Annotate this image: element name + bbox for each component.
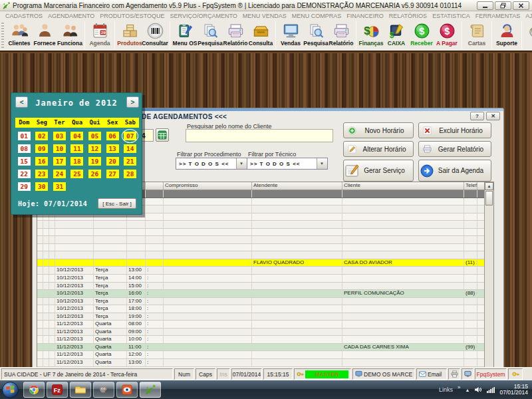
calendar-day[interactable]: 26	[88, 170, 101, 178]
menu-item-cadastros[interactable]: CADASTROS	[3, 13, 45, 19]
taskbar-filezilla-button[interactable]: Fz	[47, 382, 68, 398]
table-row[interactable]: 11/12/2013Quarta11:00:CADA DAS CARNES XI…	[37, 344, 484, 352]
toolbar-suporte[interactable]: Suporte	[494, 21, 519, 47]
close-button[interactable]	[513, 1, 529, 10]
calendar-next-button[interactable]: >	[126, 96, 139, 108]
toolbar-caixa[interactable]: $CAIXA	[384, 21, 409, 47]
toolbar-menu-os[interactable]: Menu OS	[172, 21, 198, 47]
panel-close-button[interactable]: ✕	[486, 112, 500, 120]
restore-button[interactable]	[495, 1, 511, 10]
toolbar-a-pagar[interactable]: $A Pagar	[434, 21, 460, 47]
menu-item-financeiro[interactable]: FINANCEIRO	[344, 13, 386, 19]
calendar-day[interactable]: 06	[106, 132, 119, 140]
table-row[interactable]: FLAVIO QUADRADOCASA DO AVIADOR(11) 1111	[37, 259, 484, 267]
calendar-day[interactable]: 15	[18, 157, 31, 166]
table-row[interactable]: 11/12/2013Quarta10:00:	[37, 336, 484, 344]
start-button[interactable]	[2, 382, 19, 398]
alterar-horario-button[interactable]: Alterar Horário	[343, 141, 414, 157]
toolbar-coin-icon[interactable]: $	[524, 21, 532, 41]
table-row[interactable]: 11/12/2013Quarta09:00:	[37, 329, 484, 336]
table-row[interactable]	[37, 244, 484, 252]
sair-da-agenda-button[interactable]: Sair da Agenda	[418, 160, 491, 182]
toolbar-agenda[interactable]: 29Agenda	[87, 21, 112, 47]
table-row[interactable]	[37, 236, 484, 244]
calendar-day[interactable]: 14	[124, 144, 136, 153]
toolbar-clientes[interactable]: Clientes	[7, 21, 32, 47]
technician-filter-select[interactable]: >> T O D O S << ▼	[247, 158, 328, 170]
menu-item-relatorios[interactable]: RELATÓRIOS	[386, 13, 430, 19]
menu-item-ajuda[interactable]: AJUDA	[523, 13, 532, 19]
calendar-day[interactable]: 28	[124, 170, 136, 178]
menu-item-ferramentas[interactable]: FERRAMENTAS	[473, 13, 523, 19]
table-row[interactable]: 10/12/2013Terça18:00:	[37, 305, 484, 313]
vertical-scrollbar[interactable]: ▲ ▼	[484, 182, 493, 378]
taskbar-explorer-button[interactable]	[70, 382, 91, 398]
table-row[interactable]: 11/12/2013Quarta12:00:	[37, 351, 484, 359]
toolbar-vendas[interactable]: Vendas	[278, 21, 303, 47]
taskbar-fpqsystem-button[interactable]	[140, 382, 161, 398]
minimize-button[interactable]	[477, 1, 493, 10]
calendar-day[interactable]: 20	[106, 157, 119, 166]
menu-item-menu-vendas[interactable]: MENU VENDAS	[240, 13, 289, 19]
novo-horario-button[interactable]: Novo Horário	[343, 122, 414, 138]
table-row[interactable]: 10/12/2013Terça15:00:	[37, 283, 484, 291]
menu-item-produtos-estoque[interactable]: PRODUTOS/ESTOQUE	[97, 13, 167, 19]
menu-item-agendamento[interactable]: AGENDAMENTO	[45, 13, 97, 19]
network-signal-icon[interactable]	[487, 386, 495, 394]
toolbar-consulta[interactable]: Consulta	[248, 21, 273, 47]
taskbar-gimp-button[interactable]	[93, 382, 114, 398]
calendar-day[interactable]: 30	[35, 182, 48, 191]
calendar-day[interactable]: 02	[35, 132, 48, 140]
calendar-day[interactable]: 27	[106, 170, 119, 178]
toolbar-relatorio[interactable]: Relatório	[223, 21, 248, 47]
calendar-day[interactable]: 16	[35, 157, 48, 166]
toolbar-consultar[interactable]: Consultar	[142, 21, 168, 47]
calendar-day[interactable]: 04	[70, 132, 83, 140]
speaker-icon[interactable]	[474, 386, 482, 394]
table-row[interactable]	[37, 229, 484, 237]
gerar-servico-button[interactable]: Gerar Serviço	[343, 160, 414, 182]
end-date-calendar-button[interactable]	[156, 128, 169, 142]
scrollbar-thumb[interactable]	[485, 191, 493, 205]
calendar-day[interactable]: 09	[35, 144, 48, 153]
calendar-esc-button[interactable]: [ Esc - Sair ]	[98, 198, 136, 209]
calendar-day[interactable]: 24	[53, 170, 66, 178]
table-row[interactable]: 11/12/2013Quarta13:00:	[37, 359, 484, 367]
calendar-day[interactable]: 11	[70, 144, 83, 153]
gerar-relatorio-button[interactable]: Gerar Relatório	[418, 141, 491, 157]
client-search-input[interactable]	[186, 129, 333, 142]
calendar-day[interactable]: 17	[53, 157, 66, 166]
calendar-day[interactable]: 19	[88, 157, 101, 166]
calendar-day[interactable]: 01	[18, 132, 31, 140]
toolbar-relatorio[interactable]: Relatório	[329, 21, 354, 47]
excluir-horario-button[interactable]: Excluir Horário	[418, 122, 491, 138]
toolbar-pesquisa[interactable]: Pesquisa	[303, 21, 329, 47]
calendar-day[interactable]: 07	[124, 132, 136, 140]
calendar-day[interactable]: 21	[124, 157, 136, 166]
table-row[interactable]: 10/12/2013Terça16:00:PERFIL COMUNICAÇÃO(…	[37, 290, 484, 298]
calendar-day[interactable]: 08	[18, 144, 31, 153]
calendar-day[interactable]: 18	[70, 157, 83, 166]
calendar-day[interactable]: 03	[53, 132, 66, 140]
menu-item-servico-orcamento[interactable]: SERVIÇO/ORÇAMENTO	[168, 13, 240, 19]
calendar-day[interactable]: 31	[53, 182, 66, 191]
calendar-day[interactable]: 12	[88, 144, 101, 153]
calendar-day[interactable]: 05	[88, 132, 101, 140]
calendar-day[interactable]: 23	[35, 170, 48, 178]
table-row[interactable]	[37, 251, 484, 259]
toolbar-cartas[interactable]: Cartas	[464, 21, 489, 47]
menu-item-menu-compras[interactable]: MENU COMPRAS	[289, 13, 344, 19]
toolbar-financas[interactable]: $Finanças	[358, 21, 384, 47]
toolbar-pesquisa[interactable]: Pesquisa	[198, 21, 223, 47]
table-row[interactable]: 11/12/2013Quarta08:00:	[37, 321, 484, 329]
toolbar-funciona[interactable]: Funciona	[57, 21, 82, 47]
toolbar-produtos[interactable]: Produtos	[117, 21, 142, 47]
table-row[interactable]: 10/12/2013Terça17:00:	[37, 298, 484, 306]
table-row[interactable]: 10/12/2013Terça19:00:	[37, 313, 484, 321]
taskbar-viewer-button[interactable]	[116, 382, 138, 398]
toolbar-receber[interactable]: $Receber	[409, 21, 434, 47]
calendar-day[interactable]: 29	[18, 182, 31, 191]
chevron-icon[interactable]: »	[458, 384, 460, 390]
table-row[interactable]: 10/12/2013Terça14:00:	[37, 275, 484, 283]
menu-item-estatistica[interactable]: ESTATISTICA	[430, 13, 473, 19]
